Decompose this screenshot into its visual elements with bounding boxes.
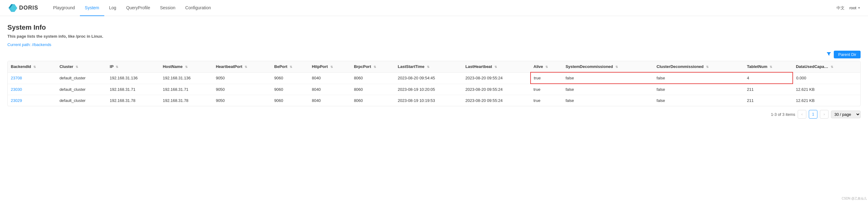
col-ip[interactable]: IP ⇅ <box>107 61 160 72</box>
logo: DORIS <box>7 3 38 13</box>
page-description: This page lists the system info, like /p… <box>7 34 861 38</box>
col-laststarttime[interactable]: LastStartTime ⇅ <box>395 61 462 72</box>
cell-hostname: 192.168.31.71 <box>160 84 213 95</box>
col-heartbeatport[interactable]: HeartbeatPort ⇅ <box>213 61 271 72</box>
cell-laststarttime: 2023-08-19 10:20:05 <box>395 84 462 95</box>
sort-icon-tabletnum: ⇅ <box>770 65 772 68</box>
table-header: BackendId ⇅ Cluster ⇅ IP ⇅ HostName ⇅ He… <box>8 61 860 72</box>
sort-icon-heartbeatport: ⇅ <box>245 65 247 68</box>
language-switch[interactable]: 中文 <box>837 5 844 11</box>
cell-brpcport: 8060 <box>351 72 395 84</box>
header-right: 中文 root ▼ <box>837 5 861 11</box>
sort-icon-lastheartbeat: ⇅ <box>494 65 497 68</box>
table-row: 23030default_cluster192.168.31.71192.168… <box>8 84 860 95</box>
page-title: System Info <box>7 24 861 31</box>
toolbar: Parent Dir <box>7 51 861 58</box>
col-clusterdecommissioned[interactable]: ClusterDecommissioned ⇅ <box>654 61 744 72</box>
cell-alive: true <box>531 84 563 95</box>
cell-beport: 9060 <box>271 95 309 106</box>
cell-systemdecommissioned: false <box>562 95 653 106</box>
cell-datausedcapacity: 12.621 KB <box>793 95 860 106</box>
col-alive[interactable]: Alive ⇅ <box>531 61 563 72</box>
nav-queryprofile[interactable]: QueryProfile <box>121 0 155 16</box>
cell-backendid[interactable]: 23708 <box>8 72 57 84</box>
cell-laststarttime: 2023-08-20 09:54:45 <box>395 72 462 84</box>
doris-logo-icon <box>7 3 17 13</box>
col-systemdecommissioned[interactable]: SystemDecommissioned ⇅ <box>562 61 653 72</box>
cell-hostname: 192.168.31.78 <box>160 95 213 106</box>
cell-httpport: 8040 <box>309 84 351 95</box>
cell-ip: 192.168.31.78 <box>107 95 160 106</box>
cell-lastheartbeat: 2023-08-20 09:55:24 <box>462 72 531 84</box>
col-lastheartbeat[interactable]: LastHeartbeat ⇅ <box>462 61 531 72</box>
cell-tabletnum: 211 <box>744 84 793 95</box>
sort-icon-ip: ⇅ <box>116 65 118 68</box>
col-brpcport[interactable]: BrpcPort ⇅ <box>351 61 395 72</box>
main-content: System Info This page lists the system i… <box>0 16 868 126</box>
cell-laststarttime: 2023-08-19 10:19:53 <box>395 95 462 106</box>
sort-icon-laststarttime: ⇅ <box>427 65 429 68</box>
cell-httpport: 8040 <box>309 95 351 106</box>
cell-systemdecommissioned: false <box>562 84 653 95</box>
cell-ip: 192.168.31.71 <box>107 84 160 95</box>
pagination: 1-3 of 3 items ‹ 1 › 30 / page 50 / page… <box>7 106 861 119</box>
nav-session[interactable]: Session <box>155 0 181 16</box>
page-size-select[interactable]: 30 / page 50 / page 100 / page <box>831 111 861 118</box>
cell-ip: 192.168.31.136 <box>107 72 160 84</box>
cell-hostname: 192.168.31.136 <box>160 72 213 84</box>
cell-cluster: default_cluster <box>57 84 107 95</box>
col-cluster[interactable]: Cluster ⇅ <box>57 61 107 72</box>
table-body: 23708default_cluster192.168.31.136192.16… <box>8 72 860 106</box>
sort-icon-brpcport: ⇅ <box>374 65 376 68</box>
prev-page-button[interactable]: ‹ <box>798 110 806 119</box>
cell-tabletnum: 211 <box>744 95 793 106</box>
cell-httpport: 8040 <box>309 72 351 84</box>
next-page-button[interactable]: › <box>820 110 829 119</box>
nav-playground[interactable]: Playground <box>48 0 80 16</box>
current-path[interactable]: Current path: //backends <box>7 42 861 47</box>
sort-icon-cluster: ⇅ <box>75 65 78 68</box>
sort-icon-alive: ⇅ <box>545 65 548 68</box>
cell-beport: 9060 <box>271 84 309 95</box>
parent-dir-button[interactable]: Parent Dir <box>834 51 861 58</box>
col-tabletnum[interactable]: TabletNum ⇅ <box>744 61 793 72</box>
user-menu[interactable]: root ▼ <box>849 5 861 10</box>
cell-alive: true <box>531 95 563 106</box>
table-row: 23708default_cluster192.168.31.136192.16… <box>8 72 860 84</box>
logo-text: DORIS <box>19 5 38 11</box>
col-backendid[interactable]: BackendId ⇅ <box>8 61 57 72</box>
chevron-down-icon: ▼ <box>858 6 861 9</box>
col-beport[interactable]: BePort ⇅ <box>271 61 309 72</box>
sort-icon-hostname: ⇅ <box>185 65 188 68</box>
user-name: root <box>849 5 856 10</box>
cell-cluster: default_cluster <box>57 95 107 106</box>
nav-log[interactable]: Log <box>104 0 121 16</box>
pagination-summary: 1-3 of 3 items <box>771 112 795 117</box>
cell-lastheartbeat: 2023-08-20 09:55:24 <box>462 95 531 106</box>
cell-heartbeatport: 9050 <box>213 84 271 95</box>
sort-icon-systemdecommissioned: ⇅ <box>615 65 618 68</box>
col-hostname[interactable]: HostName ⇅ <box>160 61 213 72</box>
cell-brpcport: 8060 <box>351 84 395 95</box>
page-1-button[interactable]: 1 <box>809 110 817 119</box>
header: DORIS Playground System Log QueryProfile… <box>0 0 868 16</box>
col-httpport[interactable]: HttpPort ⇅ <box>309 61 351 72</box>
sort-icon-clusterdecommissioned: ⇅ <box>706 65 709 68</box>
sort-icon-httpport: ⇅ <box>330 65 333 68</box>
main-nav: Playground System Log QueryProfile Sessi… <box>48 0 837 16</box>
sort-icon-beport: ⇅ <box>290 65 292 68</box>
cell-clusterdecommissioned: false <box>654 72 744 84</box>
sort-icon-backendid: ⇅ <box>33 65 36 68</box>
cell-systemdecommissioned: false <box>562 72 653 84</box>
cell-backendid[interactable]: 23030 <box>8 84 57 95</box>
cell-heartbeatport: 9050 <box>213 72 271 84</box>
cell-tabletnum: 4 <box>744 72 793 84</box>
nav-system[interactable]: System <box>80 0 104 16</box>
cell-lastheartbeat: 2023-08-20 09:55:24 <box>462 84 531 95</box>
col-datausedcapacity[interactable]: DataUsedCapa… ⇅ <box>793 61 860 72</box>
nav-configuration[interactable]: Configuration <box>181 0 216 16</box>
data-table-wrapper: BackendId ⇅ Cluster ⇅ IP ⇅ HostName ⇅ He… <box>7 61 861 106</box>
filter-icon[interactable] <box>826 52 831 57</box>
cell-clusterdecommissioned: false <box>654 84 744 95</box>
cell-backendid[interactable]: 23029 <box>8 95 57 106</box>
